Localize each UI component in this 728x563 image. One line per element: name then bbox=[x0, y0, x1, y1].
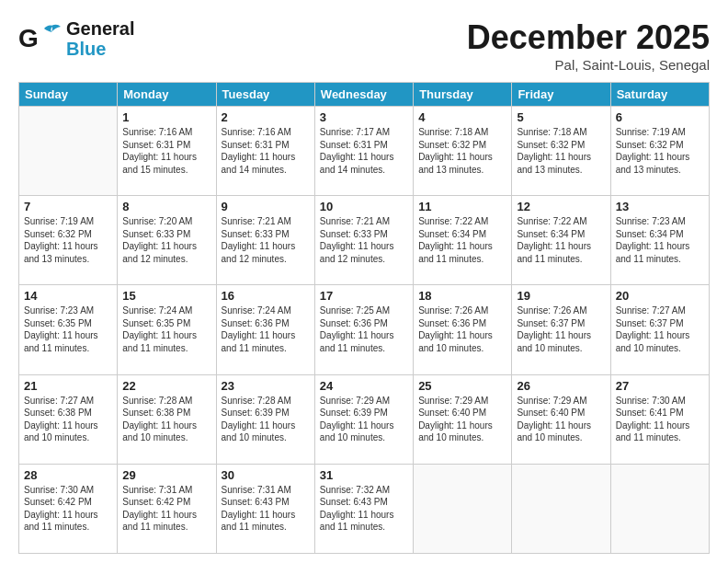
day-number: 27 bbox=[616, 379, 704, 393]
col-monday: Monday bbox=[118, 83, 216, 107]
day-number: 11 bbox=[418, 200, 506, 213]
day-info: Sunrise: 7:19 AMSunset: 6:32 PMDaylight:… bbox=[616, 126, 704, 176]
day-info: Sunrise: 7:21 AMSunset: 6:33 PMDaylight:… bbox=[320, 215, 408, 265]
day-number: 10 bbox=[320, 200, 408, 213]
title-section: December 2025 Pal, Saint-Louis, Senegal bbox=[467, 18, 710, 73]
table-row: 27 Sunrise: 7:30 AMSunset: 6:41 PMDaylig… bbox=[610, 374, 709, 464]
logo-blue: Blue bbox=[66, 39, 134, 59]
logo-general: General bbox=[66, 18, 134, 39]
day-info: Sunrise: 7:29 AMSunset: 6:40 PMDaylight:… bbox=[418, 395, 506, 444]
logo-icon: G bbox=[18, 21, 63, 56]
day-info: Sunrise: 7:18 AMSunset: 6:32 PMDaylight:… bbox=[418, 126, 506, 176]
day-info: Sunrise: 7:32 AMSunset: 6:43 PMDaylight:… bbox=[320, 484, 408, 534]
day-info: Sunrise: 7:18 AMSunset: 6:32 PMDaylight:… bbox=[517, 126, 605, 176]
table-row: 16 Sunrise: 7:24 AMSunset: 6:36 PMDaylig… bbox=[216, 285, 314, 374]
day-info: Sunrise: 7:30 AMSunset: 6:42 PMDaylight:… bbox=[24, 484, 112, 534]
day-number: 28 bbox=[24, 468, 112, 482]
table-row: 31 Sunrise: 7:32 AMSunset: 6:43 PMDaylig… bbox=[314, 464, 413, 553]
table-row: 5 Sunrise: 7:18 AMSunset: 6:32 PMDayligh… bbox=[512, 107, 610, 196]
day-number: 3 bbox=[320, 110, 408, 124]
table-row bbox=[19, 107, 118, 196]
day-info: Sunrise: 7:31 AMSunset: 6:42 PMDaylight:… bbox=[122, 484, 210, 534]
day-number: 23 bbox=[222, 379, 310, 393]
day-number: 20 bbox=[616, 289, 704, 303]
col-sunday: Sunday bbox=[19, 83, 118, 107]
day-number: 25 bbox=[418, 379, 506, 393]
day-number: 24 bbox=[320, 379, 408, 393]
calendar-week-row: 14 Sunrise: 7:23 AMSunset: 6:35 PMDaylig… bbox=[19, 285, 710, 374]
col-tuesday: Tuesday bbox=[216, 83, 314, 107]
table-row: 8 Sunrise: 7:20 AMSunset: 6:33 PMDayligh… bbox=[118, 196, 216, 285]
day-number: 4 bbox=[418, 110, 506, 124]
day-number: 7 bbox=[24, 200, 112, 213]
table-row: 21 Sunrise: 7:27 AMSunset: 6:38 PMDaylig… bbox=[19, 374, 118, 464]
day-info: Sunrise: 7:16 AMSunset: 6:31 PMDaylight:… bbox=[122, 126, 210, 176]
day-info: Sunrise: 7:22 AMSunset: 6:34 PMDaylight:… bbox=[517, 215, 605, 265]
day-number: 8 bbox=[122, 200, 210, 213]
day-number: 14 bbox=[24, 289, 112, 303]
day-number: 18 bbox=[418, 289, 506, 303]
page-header: G General Blue December 2025 Pal, Saint-… bbox=[18, 18, 710, 73]
day-info: Sunrise: 7:17 AMSunset: 6:31 PMDaylight:… bbox=[320, 126, 408, 176]
table-row: 6 Sunrise: 7:19 AMSunset: 6:32 PMDayligh… bbox=[610, 107, 709, 196]
day-number: 9 bbox=[222, 200, 310, 213]
table-row: 12 Sunrise: 7:22 AMSunset: 6:34 PMDaylig… bbox=[512, 196, 610, 285]
table-row: 30 Sunrise: 7:31 AMSunset: 6:43 PMDaylig… bbox=[216, 464, 314, 553]
day-number: 29 bbox=[122, 468, 210, 482]
day-info: Sunrise: 7:20 AMSunset: 6:33 PMDaylight:… bbox=[122, 215, 210, 265]
day-info: Sunrise: 7:24 AMSunset: 6:35 PMDaylight:… bbox=[122, 304, 210, 354]
day-number: 19 bbox=[517, 289, 605, 303]
table-row: 14 Sunrise: 7:23 AMSunset: 6:35 PMDaylig… bbox=[19, 285, 118, 374]
calendar-week-row: 1 Sunrise: 7:16 AMSunset: 6:31 PMDayligh… bbox=[19, 107, 710, 196]
day-info: Sunrise: 7:23 AMSunset: 6:35 PMDaylight:… bbox=[24, 304, 112, 354]
table-row: 17 Sunrise: 7:25 AMSunset: 6:36 PMDaylig… bbox=[314, 285, 413, 374]
day-info: Sunrise: 7:25 AMSunset: 6:36 PMDaylight:… bbox=[320, 304, 408, 354]
table-row: 20 Sunrise: 7:27 AMSunset: 6:37 PMDaylig… bbox=[610, 285, 709, 374]
day-number: 6 bbox=[616, 110, 704, 124]
day-info: Sunrise: 7:31 AMSunset: 6:43 PMDaylight:… bbox=[222, 484, 310, 534]
day-info: Sunrise: 7:30 AMSunset: 6:41 PMDaylight:… bbox=[616, 395, 704, 444]
table-row: 9 Sunrise: 7:21 AMSunset: 6:33 PMDayligh… bbox=[216, 196, 314, 285]
calendar-table: Sunday Monday Tuesday Wednesday Thursday… bbox=[18, 82, 710, 554]
day-info: Sunrise: 7:28 AMSunset: 6:39 PMDaylight:… bbox=[222, 395, 310, 444]
table-row: 19 Sunrise: 7:26 AMSunset: 6:37 PMDaylig… bbox=[512, 285, 610, 374]
table-row: 4 Sunrise: 7:18 AMSunset: 6:32 PMDayligh… bbox=[414, 107, 512, 196]
day-info: Sunrise: 7:23 AMSunset: 6:34 PMDaylight:… bbox=[616, 215, 704, 265]
table-row: 7 Sunrise: 7:19 AMSunset: 6:32 PMDayligh… bbox=[19, 196, 118, 285]
table-row bbox=[610, 464, 709, 553]
table-row: 10 Sunrise: 7:21 AMSunset: 6:33 PMDaylig… bbox=[314, 196, 413, 285]
location: Pal, Saint-Louis, Senegal bbox=[467, 57, 710, 73]
table-row: 22 Sunrise: 7:28 AMSunset: 6:38 PMDaylig… bbox=[118, 374, 216, 464]
table-row: 18 Sunrise: 7:26 AMSunset: 6:36 PMDaylig… bbox=[414, 285, 512, 374]
logo: G General Blue bbox=[18, 18, 134, 59]
col-friday: Friday bbox=[512, 83, 610, 107]
table-row: 2 Sunrise: 7:16 AMSunset: 6:31 PMDayligh… bbox=[216, 107, 314, 196]
day-number: 2 bbox=[222, 110, 310, 124]
table-row: 26 Sunrise: 7:29 AMSunset: 6:40 PMDaylig… bbox=[512, 374, 610, 464]
day-number: 1 bbox=[122, 110, 210, 124]
table-row: 23 Sunrise: 7:28 AMSunset: 6:39 PMDaylig… bbox=[216, 374, 314, 464]
day-info: Sunrise: 7:29 AMSunset: 6:39 PMDaylight:… bbox=[320, 395, 408, 444]
table-row: 11 Sunrise: 7:22 AMSunset: 6:34 PMDaylig… bbox=[414, 196, 512, 285]
table-row: 1 Sunrise: 7:16 AMSunset: 6:31 PMDayligh… bbox=[118, 107, 216, 196]
table-row: 15 Sunrise: 7:24 AMSunset: 6:35 PMDaylig… bbox=[118, 285, 216, 374]
col-wednesday: Wednesday bbox=[314, 83, 413, 107]
day-number: 26 bbox=[517, 379, 605, 393]
day-number: 22 bbox=[122, 379, 210, 393]
table-row bbox=[414, 464, 512, 553]
table-row: 29 Sunrise: 7:31 AMSunset: 6:42 PMDaylig… bbox=[118, 464, 216, 553]
day-info: Sunrise: 7:27 AMSunset: 6:38 PMDaylight:… bbox=[24, 395, 112, 444]
month-title: December 2025 bbox=[467, 18, 710, 57]
day-number: 15 bbox=[122, 289, 210, 303]
svg-text:G: G bbox=[18, 24, 39, 52]
day-number: 16 bbox=[222, 289, 310, 303]
table-row: 25 Sunrise: 7:29 AMSunset: 6:40 PMDaylig… bbox=[414, 374, 512, 464]
col-saturday: Saturday bbox=[610, 83, 709, 107]
day-info: Sunrise: 7:19 AMSunset: 6:32 PMDaylight:… bbox=[24, 215, 112, 265]
calendar-page: G General Blue December 2025 Pal, Saint-… bbox=[0, 0, 728, 563]
calendar-header-row: Sunday Monday Tuesday Wednesday Thursday… bbox=[19, 83, 710, 107]
day-info: Sunrise: 7:27 AMSunset: 6:37 PMDaylight:… bbox=[616, 304, 704, 354]
day-number: 21 bbox=[24, 379, 112, 393]
day-info: Sunrise: 7:21 AMSunset: 6:33 PMDaylight:… bbox=[222, 215, 310, 265]
day-number: 5 bbox=[517, 110, 605, 124]
